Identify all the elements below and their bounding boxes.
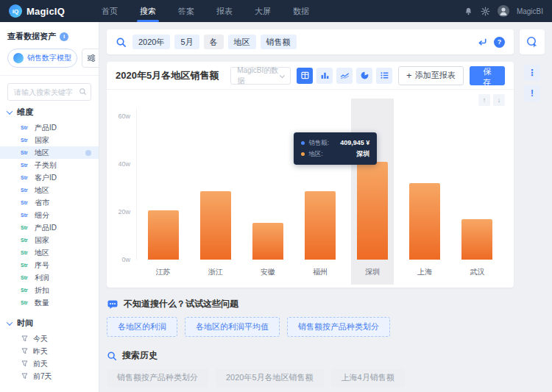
- field-type-icon: Str: [21, 163, 30, 168]
- field-type-icon: Str: [21, 150, 30, 155]
- assets-title: 查看数据资产 i: [7, 31, 91, 42]
- history-chip[interactable]: 销售额按产品种类划分: [107, 368, 208, 387]
- nav-item[interactable]: 搜索: [138, 0, 158, 22]
- bar[interactable]: [148, 210, 179, 260]
- time-filter-item[interactable]: 昨天: [7, 345, 91, 357]
- search-tag[interactable]: 5月: [174, 35, 199, 49]
- smart-query-button[interactable]: [520, 29, 545, 54]
- dimension-item[interactable]: Str 利润: [0, 271, 99, 284]
- bar[interactable]: [252, 223, 283, 260]
- table-view-button[interactable]: [297, 68, 313, 84]
- suggestion-chip[interactable]: 各地区的利润平均值: [185, 317, 280, 337]
- bar[interactable]: [200, 191, 231, 260]
- series-dot-icon: [301, 152, 305, 156]
- datasource-select[interactable]: MagicBI的数据: [230, 67, 291, 85]
- bar[interactable]: [357, 162, 388, 260]
- bar-chart-button[interactable]: [316, 68, 333, 84]
- time-filter-item[interactable]: 今天: [7, 332, 91, 345]
- nav-item[interactable]: 首页: [100, 0, 119, 22]
- user-name[interactable]: MagicBI: [517, 7, 543, 15]
- time-filter-item[interactable]: 前天: [7, 357, 91, 370]
- bar-column[interactable]: 浙江: [189, 109, 241, 260]
- chevron-down-icon: [7, 108, 13, 114]
- sidebar: 查看数据资产 i 销售数字模型 维度 Str 产品ID: [0, 22, 99, 392]
- bell-icon[interactable]: [464, 7, 473, 16]
- model-icon: [13, 53, 24, 63]
- bar-column[interactable]: 深圳: [347, 109, 399, 260]
- bar[interactable]: [305, 191, 336, 260]
- dimension-list: Str 产品ID Str 国家 Str 地区 Str 子类别 Str: [7, 121, 91, 309]
- bar[interactable]: [461, 219, 492, 260]
- bar[interactable]: [409, 183, 440, 260]
- bar-column[interactable]: 江苏: [137, 109, 189, 260]
- more-options-button[interactable]: ⋮: [524, 65, 540, 81]
- list-view-button[interactable]: [376, 68, 392, 84]
- enter-icon[interactable]: [477, 37, 488, 48]
- table-icon: [300, 71, 310, 80]
- nav-item[interactable]: 报表: [215, 0, 234, 22]
- nav-item[interactable]: 答案: [177, 0, 196, 22]
- side-rail: ⋮ !: [520, 62, 545, 288]
- search-tag[interactable]: 销售额: [261, 35, 297, 49]
- dimension-item[interactable]: Str 地区: [0, 184, 99, 196]
- y-tick-label: 60w: [118, 113, 130, 120]
- nav-item[interactable]: 数据: [291, 0, 311, 22]
- save-button[interactable]: 保存: [470, 66, 505, 85]
- search-tag[interactable]: 各: [204, 35, 224, 49]
- funnel-icon: [21, 372, 29, 380]
- dimension-item[interactable]: Str 子类别: [0, 159, 99, 171]
- data-model-button[interactable]: 销售数字模型: [7, 49, 77, 68]
- history-chip[interactable]: 上海4月销售额: [331, 368, 405, 387]
- field-type-icon: Str: [21, 175, 30, 180]
- dimension-item[interactable]: Str 产品ID: [0, 221, 99, 234]
- info-icon[interactable]: i: [60, 32, 68, 41]
- dimension-item[interactable]: Str 地区: [0, 246, 99, 259]
- sliders-icon: [86, 53, 96, 63]
- dimension-item[interactable]: Str 客户ID: [0, 171, 99, 184]
- sort-asc-button[interactable]: ↑: [478, 94, 490, 106]
- search-tag[interactable]: 2020年: [132, 35, 170, 49]
- suggestion-chip[interactable]: 销售额按产品种类划分: [287, 317, 390, 337]
- gear-icon[interactable]: [481, 7, 490, 16]
- history-chip[interactable]: 2020年5月各地区销售额: [216, 368, 324, 387]
- add-to-report-button[interactable]: + 添加至报表: [398, 66, 464, 85]
- dimension-item[interactable]: Str 国家: [0, 134, 99, 146]
- dimension-item[interactable]: Str 地区: [0, 146, 99, 159]
- dimension-item[interactable]: Str 数量: [0, 296, 99, 309]
- line-chart-button[interactable]: [336, 68, 353, 84]
- alert-button[interactable]: !: [524, 85, 540, 101]
- dimension-item[interactable]: Str 省市: [0, 196, 99, 209]
- time-filter-item[interactable]: 前7天: [7, 370, 91, 382]
- x-axis-label: 深圳: [365, 267, 380, 277]
- x-axis-label: 福州: [313, 267, 328, 277]
- time-section-header[interactable]: 时间: [7, 318, 91, 329]
- dimension-item[interactable]: Str 细分: [0, 209, 99, 221]
- chevron-down-icon: [7, 319, 13, 325]
- dimension-item[interactable]: Str 序号: [0, 259, 99, 271]
- nav-item[interactable]: 大屏: [253, 0, 272, 22]
- line-chart-icon: [340, 71, 350, 80]
- help-icon[interactable]: ?: [494, 37, 505, 48]
- bar-column[interactable]: 福州: [294, 109, 346, 260]
- dimension-item[interactable]: Str 国家: [0, 234, 99, 246]
- model-filter-button[interactable]: [82, 49, 99, 68]
- bar-column[interactable]: 上海: [399, 109, 451, 260]
- bar-column[interactable]: 安徽: [241, 109, 294, 260]
- search-tag[interactable]: 地区: [228, 35, 256, 49]
- bar-column[interactable]: 武汉: [451, 109, 503, 260]
- dimension-section-header[interactable]: 维度: [7, 107, 91, 118]
- suggestion-chip[interactable]: 各地区的利润: [107, 317, 177, 337]
- funnel-icon: [21, 335, 29, 343]
- dimension-item[interactable]: Str 产品ID: [0, 121, 99, 134]
- main-content: 2020年5月各地区销售额 ? 2020年5月各地区销售额 MagicBI的数据: [99, 22, 552, 392]
- pie-chart-button[interactable]: [356, 68, 372, 84]
- search-bar[interactable]: 2020年5月各地区销售额 ?: [107, 29, 514, 54]
- avatar[interactable]: [498, 5, 509, 17]
- field-type-icon: Str: [21, 188, 30, 193]
- bar-plot: 销售额: 409,945 ¥ 地区: 深圳 江苏浙江安徽福州深圳上海武汉: [136, 109, 503, 260]
- list-icon: [380, 71, 389, 80]
- selected-dot-icon: [85, 150, 91, 156]
- sort-desc-button[interactable]: ↓: [493, 94, 505, 106]
- funnel-icon: [21, 347, 29, 355]
- dimension-item[interactable]: Str 折扣: [0, 284, 99, 296]
